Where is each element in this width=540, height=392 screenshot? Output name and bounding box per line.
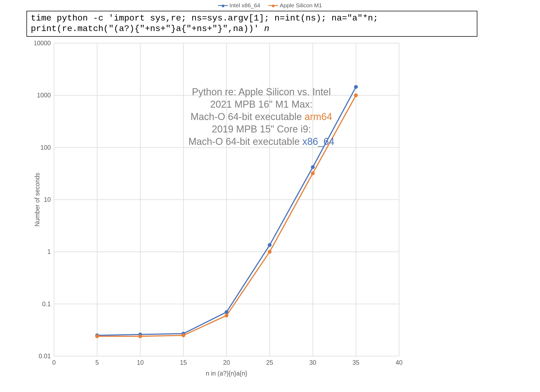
y-tick-label: 10000 <box>35 40 51 47</box>
legend-label-intel: Intel x86_64 <box>230 2 260 9</box>
x-tick-label: 35 <box>352 359 359 366</box>
y-tick-label: 1 <box>47 248 51 255</box>
data-point <box>95 334 99 338</box>
legend-line-apple <box>268 5 278 6</box>
x-tick-label: 0 <box>52 359 56 366</box>
annotation-block: Python re: Apple Silicon vs. Intel 2021 … <box>151 86 372 148</box>
legend-label-apple: Apple Silicon M1 <box>280 2 322 9</box>
data-point <box>181 333 185 337</box>
code-box: time python -c 'import sys,re; ns=sys.ar… <box>26 11 477 37</box>
anno-line-3a: Mach-O 64-bit executable <box>191 111 305 122</box>
plot-area: 0510152025303540 0.010.1110100100010000 … <box>35 40 404 364</box>
anno-line-4: 2019 MPB 15" Core i9: <box>151 123 372 135</box>
x-tick-label: 30 <box>309 359 316 366</box>
anno-line-3b: arm64 <box>305 111 332 122</box>
code-text: time python -c 'import sys,re; ns=sys.ar… <box>31 13 473 34</box>
anno-line-1: Python re: Apple Silicon vs. Intel <box>151 86 372 98</box>
data-point <box>268 243 272 247</box>
anno-line-2: 2021 MPB 16" M1 Max: <box>151 98 372 111</box>
x-tick-label: 25 <box>266 359 273 366</box>
x-tick-label: 20 <box>223 359 230 366</box>
data-point <box>311 171 315 175</box>
legend-item-intel: Intel x86_64 <box>218 2 260 9</box>
legend-marker-intel <box>222 5 224 7</box>
code-line2b: n <box>264 24 269 34</box>
x-tick-label: 5 <box>95 359 99 366</box>
legend-item-apple: Apple Silicon M1 <box>268 2 322 9</box>
data-point <box>139 334 142 338</box>
x-tick-label: 15 <box>180 359 187 366</box>
anno-line-3: Mach-O 64-bit executable arm64 <box>151 111 372 123</box>
legend-line-intel <box>218 5 228 6</box>
y-tick-label: 1000 <box>37 92 51 99</box>
data-point <box>268 250 272 254</box>
data-point <box>311 165 315 169</box>
x-tick-label: 10 <box>137 359 144 366</box>
anno-line-5a: Mach-O 64-bit executable <box>188 136 302 147</box>
x-tick-label: 40 <box>396 359 403 366</box>
legend: Intel x86_64 Apple Silicon M1 <box>0 2 540 9</box>
anno-line-5: Mach-O 64-bit executable x86_64 <box>151 135 372 148</box>
x-tick-labels: 0510152025303540 <box>52 359 403 366</box>
y-axis-label: Number of seconds <box>35 173 41 226</box>
y-tick-label: 100 <box>40 144 51 151</box>
data-point <box>225 314 228 318</box>
chart-stage: Intel x86_64 Apple Silicon M1 time pytho… <box>0 0 540 392</box>
code-line1: time python -c 'import sys,re; ns=sys.ar… <box>31 13 378 23</box>
code-line2a: print(re.match("(a?){"+ns+"}a{"+ns+"}",n… <box>31 24 264 34</box>
legend-marker-apple <box>272 5 275 7</box>
x-axis-label: n in (a?){n}a{n} <box>206 370 247 377</box>
y-tick-label: 0.1 <box>42 301 51 308</box>
anno-line-5b: x86_64 <box>302 136 334 147</box>
y-tick-label: 0.01 <box>39 353 51 360</box>
y-tick-label: 10 <box>44 196 51 203</box>
